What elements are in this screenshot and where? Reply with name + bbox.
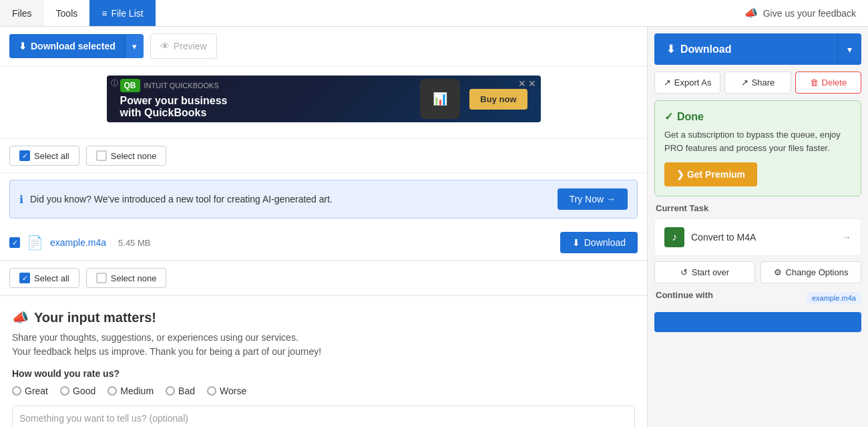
right-panel: ⬇ Download ▾ ↗ Export As ↗ Share 🗑 Delet… [648,27,868,427]
select-none-checkbox-bottom [96,273,107,283]
select-all-bottom-button[interactable]: ✓ Select all [9,268,79,288]
megaphone-nav-icon: 📣 [744,7,758,19]
right-download-caret[interactable]: ▾ [837,35,861,64]
start-over-label: Start over [692,267,729,277]
start-over-icon: ↺ [680,267,688,277]
continue-file-badge: example.m4a [807,292,861,304]
done-card: ✓ Done Get a subscription to bypass the … [654,100,861,196]
ad-close-icon[interactable]: ✕ ✕ [518,78,537,89]
radio-medium[interactable] [107,386,117,396]
get-premium-button[interactable]: ❯ Get Premium [664,162,757,186]
ad-banner: ⓘ ✕ ✕ QB INTUIT QUICKBOOKS Power your bu… [107,76,541,122]
delete-icon: 🗑 [810,78,819,88]
radio-bad[interactable] [166,386,175,396]
right-download-button: ⬇ Download ▾ [654,33,861,65]
rating-good[interactable]: Good [60,386,95,396]
download-selected-button[interactable]: ⬇ Download selected ▾ [9,34,144,58]
nav-files[interactable]: Files [0,0,44,26]
change-options-label: Change Options [786,267,849,277]
try-now-label: Try Now → [570,194,616,204]
rating-bad[interactable]: Bad [166,386,195,396]
select-bar-top: ✓ Select all Select none [0,138,647,173]
done-title-text: Done [677,111,704,123]
file-download-button[interactable]: ⬇ Download [560,232,638,253]
feedback-nav-label: Give us your feedback [763,8,856,19]
done-desc: Get a subscription to bypass the queue, … [664,128,851,154]
download-selected-main[interactable]: ⬇ Download selected [9,34,125,58]
feedback-section: 📣 Your input matters! Share your thought… [0,295,647,427]
info-icon: ℹ [19,193,23,206]
ad-text: Power your businesswith QuickBooks [120,95,228,119]
feedback-desc1: Share your thoughts, suggestions, or exp… [12,332,298,343]
try-now-button[interactable]: Try Now → [558,188,628,210]
feedback-title-text: Your input matters! [34,310,156,325]
share-label: Share [752,78,775,88]
right-actions: ↗ Export As ↗ Share 🗑 Delete [654,72,861,94]
current-task-section: Current Task ♪ Convert to M4A → ↺ Start … [654,203,861,283]
rating-great[interactable]: Great [12,386,48,396]
select-bar-bottom: ✓ Select all Select none [0,261,647,295]
task-actions: ↺ Start over ⚙ Change Options [654,261,861,283]
top-nav: Files Tools ≡ File List 📣 Give us your f… [0,0,868,27]
feedback-desc2: Your feedback helps us improve. Thank yo… [12,346,321,357]
export-icon: ↗ [664,78,671,88]
change-options-button[interactable]: ⚙ Change Options [761,261,861,283]
rating-medium[interactable]: Medium [107,386,154,396]
nav-files-label: Files [12,8,32,19]
file-size: 5.45 MB [118,238,150,248]
task-item: ♪ Convert to M4A → [654,219,861,256]
start-over-button[interactable]: ↺ Start over [654,261,755,283]
main-layout: ⬇ Download selected ▾ 👁 Preview ⓘ ✕ ✕ [0,27,868,427]
select-all-checkbox-top: ✓ [19,150,30,161]
current-task-label: Current Task [654,203,861,213]
download-selected-label: Download selected [31,41,116,51]
radio-good[interactable] [60,386,69,396]
preview-button[interactable]: 👁 Preview [150,33,217,59]
continue-section: Continue with example.m4a [654,290,861,305]
nav-file-list-label: File List [111,8,143,19]
right-ad-banner [654,312,861,332]
right-download-icon: ⬇ [666,43,675,55]
ad-buy-now-button[interactable]: Buy now [469,89,527,110]
radio-great[interactable] [12,386,21,396]
select-all-top-button[interactable]: ✓ Select all [9,146,79,166]
app-container: Files Tools ≡ File List 📣 Give us your f… [0,0,868,427]
info-banner: ℹ Did you know? We've introduced a new t… [9,180,638,219]
ad-phone-image: 📊 [420,79,460,119]
preview-label: Preview [174,41,207,51]
task-icon: ♪ [664,227,684,247]
preview-icon: 👁 [160,41,170,51]
info-text: Did you know? We've introduced a new too… [30,194,551,204]
delete-button[interactable]: 🗑 Delete [795,72,861,94]
task-name: Convert to M4A [691,232,835,243]
select-none-top-button[interactable]: Select none [86,146,167,166]
download-selected-caret[interactable]: ▾ [125,35,144,58]
continue-label: Continue with [654,290,714,300]
rating-worse[interactable]: Worse [207,386,246,396]
export-as-button[interactable]: ↗ Export As [654,72,720,94]
right-download-main[interactable]: ⬇ Download [654,33,837,65]
ad-logo: QB INTUIT QUICKBOOKS [120,79,228,92]
feedback-title: 📣 Your input matters! [12,309,635,325]
file-name[interactable]: example.m4a [50,237,106,248]
share-button[interactable]: ↗ Share [724,72,791,94]
select-all-checkbox-bottom: ✓ [19,273,30,283]
done-title: ✓ Done [664,110,851,123]
feedback-textarea-placeholder[interactable]: Something you want to tell us? (optional… [19,413,188,424]
file-type-icon: 📄 [27,235,43,251]
file-download-icon: ⬇ [572,237,580,248]
select-none-bottom-button[interactable]: Select none [86,268,167,288]
file-checkbox[interactable]: ✓ [9,237,20,248]
radio-worse[interactable] [207,386,216,396]
select-none-top-label: Select none [111,151,157,161]
feedback-nav[interactable]: 📣 Give us your feedback [732,7,868,19]
continue-header: Continue with example.m4a [654,290,861,305]
premium-label: ❯ Get Premium [676,169,745,180]
nav-tools[interactable]: Tools [44,0,90,26]
delete-label: Delete [822,78,847,88]
ad-report-icon[interactable]: ⓘ [111,78,118,88]
right-download-label: Download [680,43,731,55]
select-all-bottom-label: Select all [34,273,69,283]
file-list-icon: ≡ [101,8,107,19]
nav-file-list[interactable]: ≡ File List [89,0,155,26]
